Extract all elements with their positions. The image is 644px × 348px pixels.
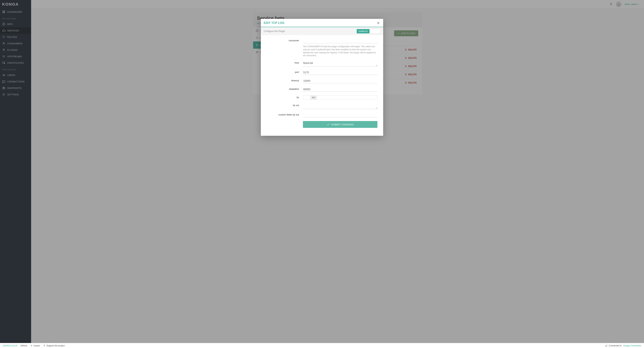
footer-github-link[interactable]: GitHub <box>20 345 27 347</box>
footer-connected-label: Connected to <box>609 345 622 347</box>
consumer-input[interactable] <box>303 38 378 43</box>
label-custom-fields: custom fields by lua <box>266 113 299 116</box>
timeout-input[interactable] <box>303 78 378 83</box>
svg-point-22 <box>31 345 32 346</box>
port-input[interactable] <box>303 70 378 75</box>
footer: KONGA 0.14.9 GitHub Issues Support the p… <box>0 343 644 348</box>
label-tls: tls <box>266 95 299 99</box>
label-host: host <box>266 61 299 64</box>
label-tls-sni: tls sni <box>266 103 299 107</box>
enabled-toggle[interactable]: ENABLED <box>357 29 380 33</box>
modal-subtitle: Configure the Plugin. <box>264 30 286 32</box>
trophy-icon <box>43 345 45 347</box>
bug-icon <box>30 345 32 347</box>
footer-issues-link[interactable]: Issues <box>30 345 40 347</box>
check-icon <box>327 123 330 126</box>
close-icon[interactable] <box>376 21 380 25</box>
modal-title: EDIT TCP LOG <box>264 21 284 25</box>
edit-plugin-modal: EDIT TCP LOG Configure the Plugin. ENABL… <box>261 19 383 136</box>
cast-icon <box>605 345 608 347</box>
footer-version: KONGA 0.14.9 <box>3 345 17 347</box>
footer-support-label: Support the project <box>46 345 64 347</box>
modal-overlay[interactable]: EDIT TCP LOG Configure the Plugin. ENABL… <box>0 0 644 348</box>
footer-issues-label: Issues <box>34 345 40 347</box>
custom-fields-input[interactable] <box>303 113 378 117</box>
enabled-off-slot <box>370 29 380 33</box>
label-timeout: timeout <box>266 78 299 82</box>
host-input[interactable]: fluent-bit <box>303 61 378 66</box>
svg-rect-23 <box>606 345 607 346</box>
tls-no-label: NO <box>310 96 317 99</box>
label-consumer: consumer <box>266 38 299 42</box>
consumer-help: The CONSUMER ID that this plugin configu… <box>303 45 378 57</box>
tls-toggle[interactable]: NO <box>303 95 378 100</box>
tls-sni-input[interactable] <box>303 103 378 109</box>
submit-label: SUBMIT CHANGES <box>331 123 354 126</box>
submit-changes-button[interactable]: SUBMIT CHANGES <box>303 121 378 128</box>
enabled-on-label: ENABLED <box>357 29 370 33</box>
footer-connection-name[interactable]: Konga Connection <box>623 345 641 347</box>
footer-support-link[interactable]: Support the project <box>43 345 65 347</box>
label-keepalive: keepalive <box>266 87 299 90</box>
footer-connection: Connected to Konga Connection <box>605 345 641 347</box>
keepalive-input[interactable] <box>303 87 378 92</box>
label-port: port <box>266 70 299 73</box>
tls-yes-slot <box>303 96 310 99</box>
